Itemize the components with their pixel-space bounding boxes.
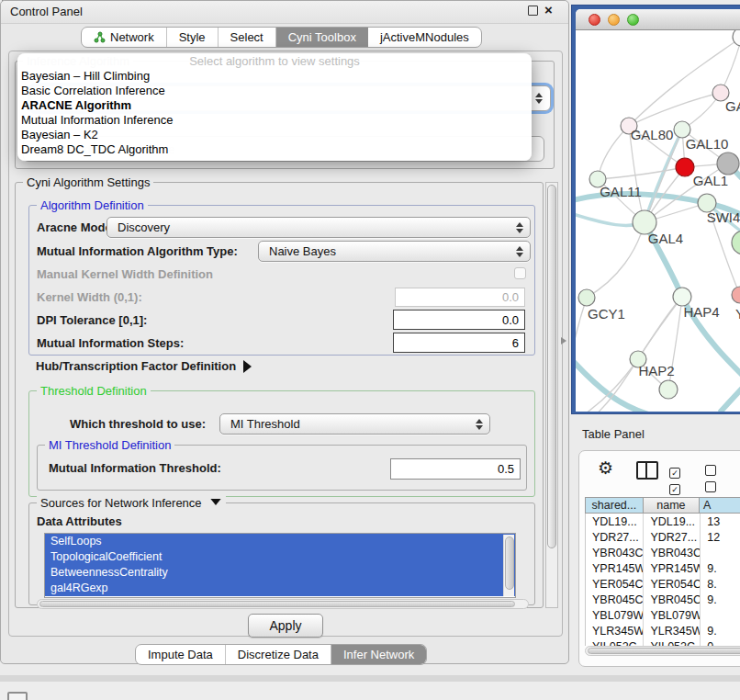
network-node[interactable] xyxy=(732,231,740,254)
mi-steps-value: 6 xyxy=(512,336,519,350)
network-node[interactable] xyxy=(673,288,691,306)
settings-scrollbar[interactable] xyxy=(545,182,558,608)
table-column-header[interactable]: name xyxy=(644,498,700,513)
bottom-tabbar: Impute Data Discretize Data Infer Networ… xyxy=(135,644,427,665)
zoom-traffic-light-icon[interactable] xyxy=(627,14,639,26)
aracne-mode-combobox[interactable]: Discovery xyxy=(107,217,531,238)
table-cell: YBR043C xyxy=(644,545,701,560)
algorithm-menu-item[interactable]: Basic Correlation Inference xyxy=(17,84,532,98)
table-row[interactable]: YER054CYER054C8. xyxy=(586,576,740,592)
table-cell: YIL052C xyxy=(586,638,644,646)
table-row[interactable]: YDR27...YDR27...12 xyxy=(586,529,740,545)
scrollbar-thumb[interactable] xyxy=(39,601,515,607)
network-node[interactable] xyxy=(659,380,678,399)
control-panel-titlebar[interactable]: Control Panel × xyxy=(1,1,568,24)
attribute-list-item[interactable]: gal4RGexp xyxy=(45,581,515,596)
minimize-traffic-light-icon[interactable] xyxy=(608,14,620,26)
splitter-collapse-icon[interactable] xyxy=(561,337,566,344)
columns-icon[interactable] xyxy=(636,461,658,480)
sources-hscrollbar[interactable] xyxy=(37,599,529,609)
attributes-scrollbar[interactable] xyxy=(503,535,514,596)
algorithm-definition-title: Algorithm Definition xyxy=(37,198,148,212)
kernel-width-field[interactable]: 0.0 xyxy=(395,288,525,307)
scrollbar-thumb[interactable] xyxy=(505,536,514,590)
table-hscrollbar[interactable] xyxy=(585,646,740,656)
network-node[interactable] xyxy=(578,289,595,306)
table-body: YDL19...YDL19...13YDR27...YDR27...12YBR0… xyxy=(585,514,740,646)
table-cell: YBL079W xyxy=(586,607,644,623)
table-panel: ⚙ ✓✓ shared...nameA YDL19...YDL19...13YD… xyxy=(578,450,740,667)
algorithm-menu-item[interactable]: Dream8 DC_TDC Algorithm xyxy=(17,142,532,157)
dropdown-prompt: Select algorithm to view settings xyxy=(17,53,532,69)
manual-kernel-label: Manual Kernel Width Definition xyxy=(37,267,213,281)
data-attributes-list[interactable]: SelfLoopsTopologicalCoefficientBetweenne… xyxy=(44,533,516,598)
table-row[interactable]: YBR045CYBR045C9. xyxy=(586,592,740,607)
table-row[interactable]: YPR145WYPR145W9. xyxy=(586,560,740,576)
tab-discretize-data[interactable]: Discretize Data xyxy=(226,645,331,664)
unchecked-boxes-icon[interactable] xyxy=(705,463,719,496)
scrollbar-thumb[interactable] xyxy=(547,185,556,548)
sources-group-title[interactable]: Sources for Network Inference xyxy=(37,496,226,510)
table-cell: 8. xyxy=(701,576,740,592)
float-window-icon[interactable] xyxy=(528,6,538,16)
network-node[interactable] xyxy=(733,30,740,46)
network-node[interactable] xyxy=(676,158,694,176)
apply-button[interactable]: Apply xyxy=(248,614,323,638)
algorithm-menu-item[interactable]: Bayesian – Hill Climbing xyxy=(17,69,532,84)
gear-icon[interactable]: ⚙ xyxy=(598,457,613,479)
tab-network-label: Network xyxy=(110,30,154,44)
table-cell: YPR145W xyxy=(644,560,701,576)
tab-cyni-toolbox[interactable]: Cyni Toolbox xyxy=(276,28,368,47)
tab-style[interactable]: Style xyxy=(167,28,219,47)
attribute-list-item[interactable]: BetweennessCentrality xyxy=(45,565,515,581)
table-cell: YER054C xyxy=(586,576,644,592)
mi-threshold-label: Mutual Information Threshold: xyxy=(49,461,221,475)
checked-boxes-icon[interactable]: ✓✓ xyxy=(669,463,683,496)
table-row[interactable]: YBR043CYBR043C xyxy=(586,545,740,560)
dpi-tolerance-label: DPI Tolerance [0,1]: xyxy=(37,313,147,327)
table-row[interactable]: YDL19...YDL19...13 xyxy=(586,514,740,529)
network-node[interactable] xyxy=(732,287,740,303)
algorithm-menu-item[interactable]: Bayesian – K2 xyxy=(17,128,532,142)
manual-kernel-checkbox[interactable] xyxy=(514,267,526,279)
table-column-header[interactable]: A xyxy=(700,498,740,513)
mi-type-combobox[interactable]: Naive Bayes xyxy=(258,241,531,262)
tab-infer-network[interactable]: Infer Network xyxy=(331,645,426,664)
network-canvas[interactable]: GALGAL80GAL10GAL1GAL11SWI4GAL4GCY1HAP4YH… xyxy=(576,30,740,412)
threshold-definition-group: Threshold Definition Which threshold to … xyxy=(28,390,535,497)
mi-threshold-field[interactable]: 0.5 xyxy=(390,458,521,480)
table-row[interactable]: YBL079WYBL079W xyxy=(586,607,740,623)
tab-impute-data[interactable]: Impute Data xyxy=(136,645,226,664)
control-panel-title: Control Panel xyxy=(10,5,83,18)
network-window-titlebar[interactable] xyxy=(576,9,740,30)
tab-jactivemnodules[interactable]: jActiveMNodules xyxy=(368,28,481,47)
which-threshold-combobox[interactable]: MI Threshold xyxy=(219,413,490,435)
table-cell: YDL19... xyxy=(586,514,644,529)
attribute-list-item[interactable]: SelfLoops xyxy=(45,534,515,549)
network-node[interactable] xyxy=(717,152,739,175)
tab-select[interactable]: Select xyxy=(219,28,276,47)
table-cell: YDR27... xyxy=(644,529,701,545)
node-label: GAL xyxy=(725,98,740,114)
aracne-mode-value: Discovery xyxy=(118,220,170,234)
algorithm-menu-item[interactable]: Mutual Information Inference xyxy=(17,113,532,128)
algorithm-menu-item[interactable]: ARACNE Algorithm xyxy=(17,98,532,113)
close-icon[interactable]: × xyxy=(544,2,555,12)
node-label: HAP2 xyxy=(638,363,674,378)
tab-network[interactable]: Network xyxy=(82,28,167,47)
dpi-tolerance-field[interactable]: 0.0 xyxy=(393,310,525,330)
mi-steps-field[interactable]: 6 xyxy=(393,333,525,353)
collapse-down-icon xyxy=(210,499,220,505)
table-row[interactable]: YLR345WYLR345W9. xyxy=(586,623,740,638)
close-traffic-light-icon[interactable] xyxy=(589,14,600,26)
hub-definition-toggle[interactable]: Hub/Transcription Factor Definition xyxy=(36,359,252,373)
data-attributes-label: Data Attributes xyxy=(37,514,122,528)
attribute-list-item[interactable]: TopologicalCoefficient xyxy=(45,549,515,565)
node-label: HAP4 xyxy=(683,304,719,320)
table-column-header[interactable]: shared... xyxy=(586,498,644,513)
table-row[interactable]: YIL052CYIL052C0. xyxy=(586,638,740,646)
minimized-panel-icon[interactable] xyxy=(7,692,28,700)
kernel-width-label: Kernel Width (0,1): xyxy=(37,290,142,304)
scrollbar-thumb[interactable] xyxy=(588,648,740,654)
table-cell: YPR145W xyxy=(586,560,644,576)
